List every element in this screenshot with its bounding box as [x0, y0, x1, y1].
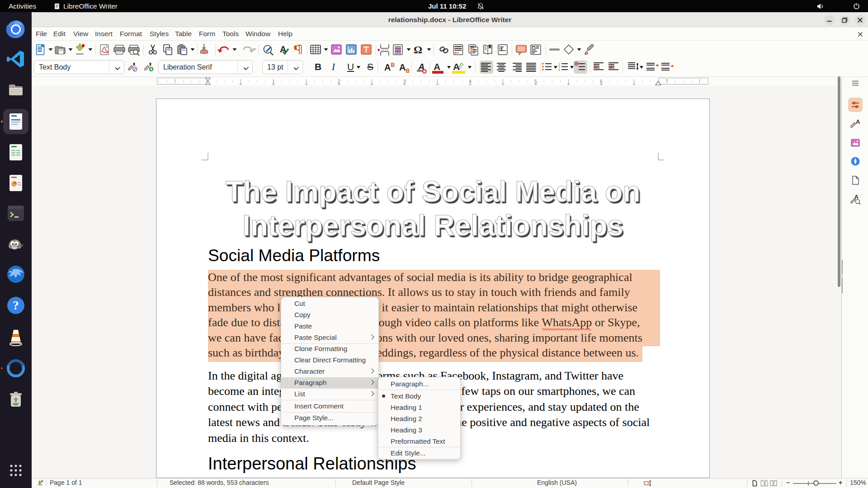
svg-text:7: 7: [665, 79, 668, 84]
svg-text:3: 3: [558, 68, 560, 71]
svg-text:Ω: Ω: [414, 44, 422, 56]
svg-text:?: ?: [13, 299, 19, 312]
svg-text:1: 1: [454, 51, 456, 54]
svg-text:A: A: [856, 118, 860, 125]
